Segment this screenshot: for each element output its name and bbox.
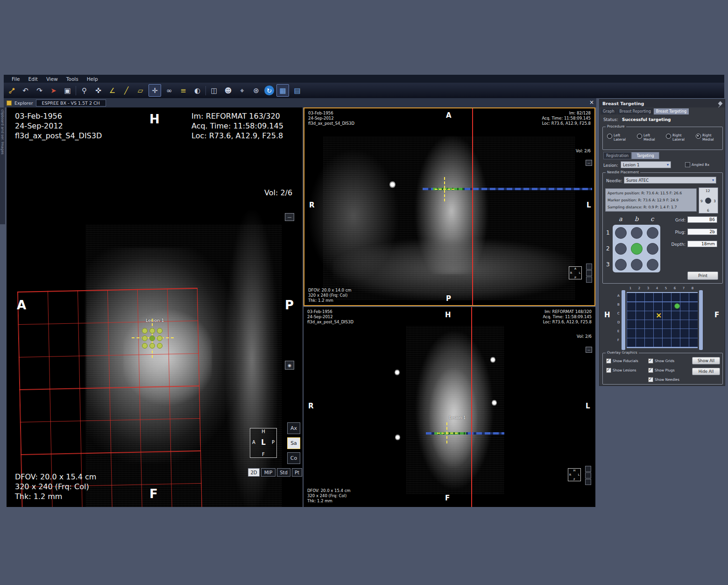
clock-position-widget[interactable]: 12 9 3 6: [699, 187, 718, 214]
viewport-sagittal[interactable]: 03-Feb-1956 24-Sep-2012 fl3d_ax_post_S4_…: [7, 107, 303, 507]
radio-icon[interactable]: [607, 134, 612, 139]
collapse-button[interactable]: —: [285, 213, 294, 221]
needle-guide-block[interactable]: [613, 225, 660, 272]
pin-icon[interactable]: [718, 101, 723, 106]
guide-hole[interactable]: [647, 243, 658, 255]
viewport-tool-button[interactable]: [586, 264, 592, 270]
viewport-tool-button[interactable]: [585, 466, 591, 472]
key-icon[interactable]: ⊶: [3, 82, 20, 99]
orientation-top: H: [445, 311, 451, 319]
plane-sagittal-button[interactable]: Sa: [287, 437, 300, 449]
grid-map[interactable]: ×: [627, 292, 698, 348]
viewport-tool-button[interactable]: [586, 270, 592, 276]
grid-value-field[interactable]: B6: [687, 216, 717, 223]
guide-hole[interactable]: [647, 259, 658, 271]
depth-value-field[interactable]: 18mm: [687, 241, 717, 247]
zoom-icon[interactable]: ⚲: [78, 85, 90, 96]
guide-hole[interactable]: [615, 259, 627, 271]
plug-value-field[interactable]: 2b: [687, 228, 717, 235]
tab-breast-targeting[interactable]: Breast Targeting: [654, 108, 689, 114]
viewport-tool-button[interactable]: [586, 277, 592, 283]
windowing-icon[interactable]: ◐: [191, 85, 203, 96]
viewport-tool-button[interactable]: [585, 479, 591, 485]
hide-all-button[interactable]: Hide All: [692, 368, 720, 375]
pointer-icon[interactable]: ➤: [48, 85, 59, 96]
dfov-info: DFOV: 20.0 x 15.4 cm 320 x 240 (Frq: Col…: [307, 488, 351, 504]
crosshair-graphic[interactable]: [437, 433, 458, 434]
menu-view[interactable]: View: [42, 76, 62, 82]
distance-icon[interactable]: ╱: [120, 85, 132, 96]
undo-icon[interactable]: ↶: [20, 85, 31, 96]
close-icon[interactable]: ×: [589, 99, 594, 106]
viewport-tool-button[interactable]: [585, 472, 591, 478]
guide-hole[interactable]: [615, 227, 627, 239]
guide-hole[interactable]: [631, 227, 643, 239]
menu-tools[interactable]: Tools: [62, 76, 83, 82]
link-icon[interactable]: ∞: [163, 85, 175, 96]
mode-std-button[interactable]: Std: [277, 468, 290, 477]
plane-axial-button[interactable]: Ax: [287, 422, 300, 434]
radio-icon[interactable]: [637, 134, 642, 139]
redo-icon[interactable]: ↷: [34, 85, 45, 96]
mode-mip-button[interactable]: MIP: [261, 468, 276, 477]
lesion-select[interactable]: Lesion 1: [621, 161, 671, 168]
tab-registration[interactable]: Registration: [603, 152, 631, 159]
show-fiducials-checkbox[interactable]: Show Fiducials: [606, 358, 638, 364]
plane-coronal-button[interactable]: Co: [287, 452, 300, 464]
portrait-icon[interactable]: ☻: [222, 85, 234, 96]
collapse-button[interactable]: —: [586, 347, 592, 353]
radio-left-medial[interactable]: LeftMedial: [637, 133, 655, 142]
explorer-label[interactable]: Explorer: [14, 100, 33, 106]
angle-icon[interactable]: ∠: [106, 85, 118, 96]
pan-icon[interactable]: ✜: [92, 85, 104, 96]
guide-hole[interactable]: [647, 227, 658, 239]
clipboard-strip[interactable]: clipboard and ser. Images: [0, 107, 5, 224]
angled-bx-checkbox[interactable]: Angled Bx: [685, 162, 709, 167]
menu-edit[interactable]: Edit: [24, 76, 42, 82]
radio-right-lateral[interactable]: RightLateral: [666, 133, 685, 142]
show-plugs-checkbox[interactable]: Show Plugs: [648, 368, 675, 373]
mode-pt-button[interactable]: Pt: [292, 468, 302, 477]
sphere-icon[interactable]: ⊛: [250, 85, 262, 96]
snapshot-button[interactable]: ◉: [285, 361, 294, 370]
grid-col-label: 7: [681, 286, 686, 290]
needle-select[interactable]: Suros ATEC: [624, 177, 716, 184]
guide-hole-target[interactable]: [631, 243, 643, 255]
show-needles-checkbox[interactable]: Show Needles: [648, 377, 679, 382]
reference-line[interactable]: [472, 108, 473, 305]
viewport-coronal[interactable]: 03-Feb-1956 24-Sep-2012 fl3d_ax_post_S4_…: [304, 107, 595, 306]
sync-icon[interactable]: ↻: [264, 86, 274, 95]
menu-file[interactable]: File: [7, 76, 24, 82]
show-grids-checkbox[interactable]: Show Grids: [648, 358, 674, 364]
radio-right-medial[interactable]: RightMedial: [696, 133, 714, 142]
stack-icon[interactable]: ≡: [177, 85, 189, 96]
crosshair-icon[interactable]: ✛: [148, 84, 161, 97]
guide-hole[interactable]: [631, 259, 643, 271]
snapshot-icon[interactable]: ▣: [62, 85, 73, 96]
tab-targeting[interactable]: Targeting: [631, 152, 659, 159]
guide-hole[interactable]: [615, 243, 627, 255]
tab-breast-reporting[interactable]: Breast Reporting: [617, 108, 653, 114]
study-tab[interactable]: ESPREE BX - VS 1.5T 2 CH: [36, 100, 106, 107]
menu-help[interactable]: Help: [83, 76, 102, 82]
compare-icon[interactable]: ◫: [208, 85, 220, 96]
collapse-button[interactable]: —: [586, 160, 592, 166]
viewport-axial[interactable]: Lesion 1 03-Feb-1956 24-Sep-2012 fl3d_ax…: [304, 307, 595, 507]
lesion-marker[interactable]: [674, 303, 680, 309]
plug-marker[interactable]: ×: [656, 313, 662, 318]
print-button[interactable]: Print: [687, 271, 718, 280]
show-lesions-checkbox[interactable]: Show Lesions: [606, 368, 636, 373]
grid-layout-icon[interactable]: ▦: [276, 84, 289, 97]
roi-icon[interactable]: ▱: [134, 85, 146, 96]
probe-icon[interactable]: ⌖: [236, 85, 248, 96]
radio-left-lateral[interactable]: LeftLateral: [607, 133, 626, 142]
crosshair-graphic[interactable]: [435, 189, 454, 190]
mode-2d-button[interactable]: 2D: [248, 468, 260, 477]
show-all-button[interactable]: Show All: [692, 357, 720, 364]
radio-icon[interactable]: [666, 134, 671, 139]
reference-line[interactable]: [471, 307, 472, 507]
film-layout-icon[interactable]: ▤: [291, 85, 303, 96]
tab-graph[interactable]: Graph: [601, 108, 617, 114]
needle-aperture-dots[interactable]: [142, 328, 163, 349]
radio-icon[interactable]: [696, 134, 701, 139]
